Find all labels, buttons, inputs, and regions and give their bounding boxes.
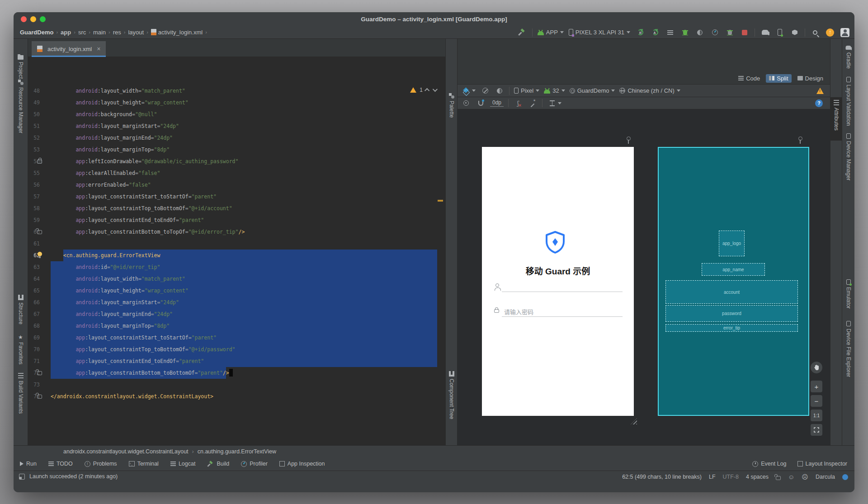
code-line[interactable]: 65 android:layout_height="wrap_content" — [28, 285, 445, 297]
tab-activity-login-xml[interactable]: activity_login.xml × — [32, 41, 106, 57]
unlock-gutter-icon[interactable] — [37, 395, 42, 399]
rerun-icon[interactable] — [665, 28, 675, 38]
sdk-manager-icon[interactable] — [790, 28, 800, 38]
caret-position[interactable]: 62:5 (499 chars, 10 line breaks) — [622, 474, 702, 480]
apply-changes-icon[interactable] — [635, 28, 645, 38]
tab-palette[interactable]: Palette — [446, 93, 457, 118]
blueprint-box[interactable]: error_tip — [665, 324, 798, 332]
xml-breadcrumb-item[interactable]: cn.authing.guard.ErrorTextView — [198, 448, 276, 455]
pack-icon[interactable] — [547, 98, 557, 108]
toolwindow-build[interactable]: Build — [207, 461, 229, 467]
toolwindow-logcat[interactable]: Logcat — [170, 461, 196, 467]
sidebar-item-build-variants[interactable]: Build Variants — [14, 373, 28, 414]
sidebar-item-structure[interactable]: Structure — [14, 295, 28, 325]
inspection-widget[interactable]: 1 — [410, 87, 436, 93]
toolwindow-layout-inspector[interactable]: Layout Inspector — [797, 461, 847, 467]
default-margins-dropdown[interactable]: 0dp — [490, 99, 504, 107]
infer-constraints-icon[interactable] — [528, 98, 538, 108]
code-line[interactable]: 68 android:layout_marginTop="8dp" — [28, 320, 445, 332]
run-configuration-select[interactable]: APP — [538, 29, 564, 36]
code-line[interactable]: 60 app:layout_constraintBottom_toTopOf="… — [28, 226, 445, 238]
zoom-actual-button[interactable]: 1:1 — [811, 410, 822, 421]
toolwindow-profiler[interactable]: Profiler — [241, 461, 268, 467]
breadcrumb-item[interactable]: GuardDemo — [20, 29, 53, 36]
indent-setting[interactable]: 4 spaces — [746, 474, 769, 480]
xml-breadcrumb-item[interactable]: androidx.constraintlayout.widget.Constra… — [63, 448, 189, 455]
blueprint-box[interactable]: account — [665, 280, 798, 304]
smiley-icon[interactable]: ☺ — [788, 473, 794, 480]
code-line[interactable]: 71 app:layout_constraintEnd_toEndOf="par… — [28, 355, 445, 367]
breadcrumb-item[interactable]: layout — [128, 29, 144, 36]
scrollbar-warning-mark[interactable] — [438, 200, 443, 202]
readonly-lock-icon[interactable] — [776, 476, 781, 480]
design-preview-phone[interactable]: 移动 Guard 示例 请输入密码 — [482, 147, 634, 416]
code-line[interactable]: 51 android:layout_marginStart="24dp" — [28, 120, 445, 132]
unlock-gutter-icon[interactable] — [37, 230, 42, 234]
theme-dropdown[interactable]: GuardDemo — [570, 87, 615, 94]
account-field[interactable] — [494, 282, 623, 292]
sidebar-item-device-file-explorer[interactable]: Device File Explorer — [842, 321, 854, 377]
gradle-sync-icon[interactable] — [760, 28, 770, 38]
sidebar-item-gradle[interactable]: Gradle — [842, 45, 854, 69]
update-available-icon[interactable]: ↑ — [825, 28, 835, 38]
theme-name[interactable]: Darcula — [816, 474, 835, 480]
code-line[interactable]: 69 app:layout_constraintStart_toStartOf=… — [28, 332, 445, 344]
tab-code[interactable]: Code — [735, 74, 763, 83]
sidebar-item-resource-manager[interactable]: Resource Manager — [14, 80, 28, 133]
zoom-in-button[interactable]: + — [811, 381, 822, 392]
notification-dot[interactable] — [842, 474, 848, 480]
toolwindow-todo[interactable]: TODO — [48, 461, 73, 467]
search-everywhere-icon[interactable] — [810, 28, 820, 38]
breadcrumb-item[interactable]: app — [61, 29, 71, 36]
code-line[interactable]: 55 app:clearAllEnabled="false" — [28, 167, 445, 179]
zoom-to-fit-button[interactable] — [811, 424, 822, 436]
sidebar-item-project[interactable]: Project — [14, 54, 28, 79]
breadcrumb-item[interactable]: res — [113, 29, 121, 36]
toolwindow-terminal[interactable]: ›_Terminal — [129, 461, 159, 467]
device-select[interactable]: PIXEL 3 XL API 31 — [569, 29, 630, 36]
code-line[interactable]: 63 android:id="@+id/error_tip" — [28, 261, 445, 273]
zoom-button[interactable] — [40, 16, 46, 22]
code-line[interactable]: 67 android:layout_marginEnd="24dp" — [28, 308, 445, 320]
device-manager-icon[interactable] — [775, 28, 785, 38]
profile-app-icon[interactable] — [695, 28, 705, 38]
preview-resize-handle[interactable] — [631, 418, 637, 424]
breadcrumb-item[interactable]: main — [93, 29, 106, 36]
device-dropdown[interactable]: Pixel — [514, 87, 539, 94]
sidebar-item-emulator[interactable]: Emulator — [842, 279, 854, 309]
blueprint-preview-phone[interactable]: app_logo app_name account password error… — [658, 147, 809, 416]
zoom-out-button[interactable]: − — [811, 395, 822, 407]
pan-tool-button[interactable] — [811, 362, 822, 373]
apply-code-changes-icon[interactable]: A — [650, 28, 660, 38]
code-line[interactable]: 72 app:layout_constraintBottom_toBottomO… — [28, 367, 445, 379]
blueprint-box[interactable]: app_logo — [719, 231, 745, 256]
code-line[interactable]: 53 android:layout_marginTop="8dp" — [28, 144, 445, 155]
minimize-button[interactable] — [30, 16, 36, 22]
code-line[interactable]: 57 app:layout_constraintStart_toStartOf=… — [28, 191, 445, 203]
toolwindow-event-log[interactable]: Event Log — [752, 461, 786, 467]
code-line[interactable]: 52 android:layout_marginEnd="24dp" — [28, 132, 445, 144]
toolwindow-app-inspection[interactable]: App Inspection — [279, 461, 325, 467]
tab-component-tree[interactable]: Component Tree — [446, 371, 457, 419]
layout-warning-icon[interactable] — [816, 88, 824, 94]
close-tab-icon[interactable]: × — [97, 45, 100, 52]
file-encoding[interactable]: UTF-8 — [723, 474, 739, 480]
toolwindow-toggle-icon[interactable] — [19, 474, 25, 480]
code-line[interactable]: 59 app:layout_constraintEnd_toEndOf="par… — [28, 214, 445, 226]
tab-split[interactable]: Split — [766, 74, 791, 83]
tab-design[interactable]: Design — [794, 74, 826, 83]
sidebar-item-layout-validation[interactable]: Layout Validation — [842, 77, 854, 126]
toolwindow-problems[interactable]: !Problems — [85, 461, 117, 467]
code-line[interactable]: 58 app:layout_constraintTop_toBottomOf="… — [28, 203, 445, 214]
code-editor[interactable]: 48 android:layout_width="match_parent"49… — [28, 57, 445, 445]
password-field[interactable]: 请输入密码 — [494, 306, 623, 316]
stop-icon[interactable] — [740, 28, 750, 38]
code-line[interactable]: 74</androidx.constraintlayout.widget.Con… — [28, 391, 445, 402]
build-hammer-icon[interactable] — [517, 28, 527, 38]
code-line[interactable]: 64 android:layout_width="match_parent" — [28, 273, 445, 285]
clear-constraints-icon[interactable]: ʃ — [513, 98, 523, 108]
line-separator[interactable]: LF — [709, 474, 716, 480]
code-line[interactable]: 73 — [28, 379, 445, 391]
night-mode-icon[interactable] — [495, 86, 505, 96]
code-line[interactable]: 49 android:layout_height="wrap_content" — [28, 97, 445, 108]
